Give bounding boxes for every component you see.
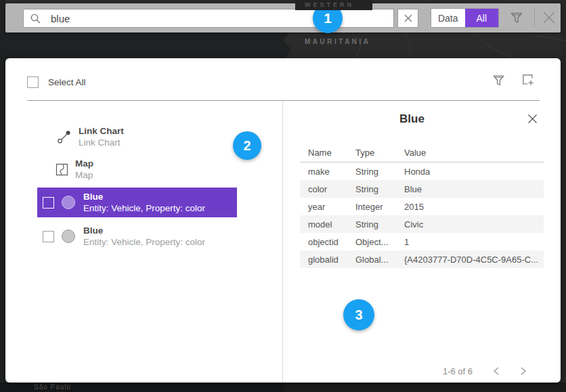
column-header-type: Type <box>355 148 404 158</box>
search-toolbar: Data All <box>5 3 561 32</box>
search-results-panel: Select All Link Chart <box>5 58 561 383</box>
columns-divider <box>282 101 283 383</box>
close-detail-icon[interactable] <box>527 114 538 127</box>
item-checkbox[interactable] <box>43 231 54 242</box>
table-row: globalid Global... {A4203777-D70D-4C5C-9… <box>300 251 544 268</box>
cell-value: Honda <box>404 167 544 177</box>
table-header-row: Name Type Value <box>300 144 544 162</box>
table-row: color String Blue <box>300 180 544 198</box>
map-icon <box>56 163 68 176</box>
pagination: 1-6 of 6 <box>412 364 527 378</box>
item-title: Map <box>75 158 93 169</box>
cell-type: Global... <box>355 255 404 265</box>
attributes-table: Name Type Value make String Honda color … <box>300 144 544 268</box>
close-search-icon[interactable] <box>542 10 557 28</box>
select-all-label: Select All <box>48 77 86 87</box>
cell-value: Civic <box>404 219 544 230</box>
next-page-icon[interactable] <box>520 366 527 376</box>
cell-value: {A4203777-D70D-4C5C-9A65-C... <box>404 255 544 265</box>
entity-circle-icon <box>62 230 75 243</box>
result-item-map[interactable]: Map Map <box>56 156 93 183</box>
search-icon <box>30 13 41 24</box>
link-chart-icon <box>57 129 72 144</box>
clear-icon <box>404 14 412 22</box>
cell-value: Blue <box>404 184 544 194</box>
segment-data[interactable]: Data <box>431 9 465 27</box>
map-label-sao-paulo: São Paulo <box>34 383 71 391</box>
cell-name: objectid <box>300 237 355 247</box>
header-divider <box>27 100 540 101</box>
entity-circle-icon <box>62 196 75 209</box>
cell-type: String <box>355 167 404 177</box>
select-all-checkbox[interactable] <box>27 77 39 88</box>
select-all-row: Select All <box>27 77 86 88</box>
scope-segmented-control: Data All <box>431 8 499 28</box>
callout-badge-2: 2 <box>233 131 261 160</box>
map-label-western: WESTERN <box>295 0 372 10</box>
cell-value: 2015 <box>404 202 544 212</box>
cell-type: Integer <box>355 202 404 212</box>
table-row: make String Honda <box>300 162 544 180</box>
cell-name: make <box>300 167 355 177</box>
cell-name: color <box>300 184 355 194</box>
item-checkbox[interactable] <box>43 197 54 209</box>
item-subtitle: Entity: Vehicle, Property: color <box>83 236 205 248</box>
cell-type: String <box>355 184 404 194</box>
result-item-link-chart[interactable]: Link Chart Link Chart <box>57 123 124 150</box>
result-item-blue[interactable]: Blue Entity: Vehicle, Property: color <box>37 221 237 251</box>
add-selection-icon[interactable] <box>522 74 535 89</box>
toolbar-divider <box>534 8 535 27</box>
item-subtitle: Link Chart <box>79 137 124 148</box>
item-title: Blue <box>83 191 205 202</box>
item-subtitle: Map <box>75 169 93 181</box>
cell-name: model <box>300 219 355 230</box>
callout-badge-3: 3 <box>343 299 374 330</box>
clear-search-button[interactable] <box>397 9 418 28</box>
table-row: year Integer 2015 <box>300 198 544 215</box>
cell-type: String <box>355 219 404 230</box>
segment-all[interactable]: All <box>465 9 499 27</box>
cell-type: Object... <box>355 237 404 247</box>
filter-icon[interactable] <box>510 12 523 28</box>
cell-value: 1 <box>404 237 544 247</box>
detail-title: Blue <box>282 112 542 126</box>
column-header-name: Name <box>300 148 355 158</box>
item-title: Blue <box>83 225 205 236</box>
table-row: model String Civic <box>300 215 544 233</box>
filter-icon[interactable] <box>493 74 504 90</box>
item-title: Link Chart <box>79 125 124 137</box>
cell-name: globalid <box>300 255 355 265</box>
item-subtitle: Entity: Vehicle, Property: color <box>83 202 205 214</box>
result-item-blue-selected[interactable]: Blue Entity: Vehicle, Property: color <box>37 188 237 217</box>
app-window: WESTERN MAURITANIA São Paulo Data All <box>0 0 566 392</box>
map-label-mauritania: MAURITANIA <box>305 38 371 45</box>
column-header-value: Value <box>404 148 544 158</box>
table-row: objectid Object... 1 <box>300 233 544 251</box>
cell-name: year <box>300 202 355 212</box>
previous-page-icon[interactable] <box>493 366 500 376</box>
page-range-label: 1-6 of 6 <box>412 366 473 376</box>
